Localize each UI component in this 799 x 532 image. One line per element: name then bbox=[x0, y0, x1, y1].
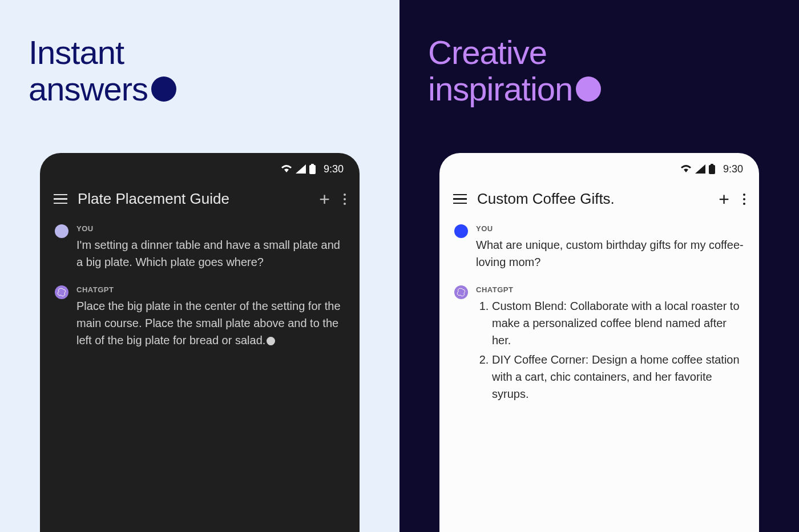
message-user: YOU I'm setting a dinner table and have … bbox=[55, 224, 345, 271]
panel-creative-inspiration: Creative inspiration 9:30 Custom bbox=[400, 0, 799, 532]
assistant-text: Place the big plate in the center of the… bbox=[76, 300, 341, 346]
list-item: Custom Blend: Collaborate with a local r… bbox=[492, 297, 744, 349]
heading-line2: answers bbox=[29, 71, 148, 107]
battery-icon bbox=[309, 164, 316, 174]
sender-label: CHATGPT bbox=[76, 285, 345, 294]
assistant-list: Custom Blend: Collaborate with a local r… bbox=[476, 297, 744, 402]
more-icon[interactable] bbox=[743, 194, 745, 205]
app-header: Custom Coffee Gifts. + bbox=[439, 182, 759, 219]
svg-rect-1 bbox=[311, 164, 314, 166]
heading-line2: inspiration bbox=[428, 71, 572, 107]
header-actions: + bbox=[319, 190, 346, 208]
sender-label: CHATGPT bbox=[476, 285, 744, 294]
chat-body: YOU What are unique, custom birthday gif… bbox=[439, 219, 759, 425]
svg-rect-0 bbox=[309, 165, 316, 174]
signal-icon bbox=[296, 164, 306, 174]
sender-label: YOU bbox=[76, 224, 345, 233]
sender-label: YOU bbox=[476, 224, 744, 233]
message-text: Custom Blend: Collaborate with a local r… bbox=[476, 297, 744, 402]
chat-title: Custom Coffee Gifts. bbox=[477, 190, 708, 208]
wifi-icon bbox=[281, 164, 292, 174]
chat-title: Plate Placement Guide bbox=[78, 190, 309, 208]
new-chat-icon[interactable]: + bbox=[319, 190, 330, 208]
heading-dot-icon bbox=[576, 76, 601, 102]
status-bar: 9:30 bbox=[439, 153, 759, 182]
avatar-chatgpt bbox=[55, 285, 68, 299]
avatar-user bbox=[55, 224, 68, 238]
message-content: YOU I'm setting a dinner table and have … bbox=[76, 224, 345, 271]
panel-instant-answers: Instant answers 9:30 Plate Place bbox=[0, 0, 400, 532]
message-text: What are unique, custom birthday gifts f… bbox=[476, 236, 744, 271]
avatar-chatgpt bbox=[454, 285, 468, 299]
message-content: YOU What are unique, custom birthday gif… bbox=[476, 224, 744, 271]
message-user: YOU What are unique, custom birthday gif… bbox=[454, 224, 744, 271]
svg-rect-3 bbox=[711, 164, 713, 166]
menu-icon[interactable] bbox=[54, 194, 67, 204]
typing-cursor-icon bbox=[267, 337, 275, 345]
phone-mockup-light: 9:30 Custom Coffee Gifts. + YOU Wha bbox=[439, 153, 759, 532]
message-text: I'm setting a dinner table and have a sm… bbox=[76, 236, 345, 271]
message-assistant: CHATGPT Custom Blend: Collaborate with a… bbox=[454, 285, 744, 405]
heading-line2-wrap: inspiration bbox=[428, 71, 770, 107]
chatgpt-logo-icon bbox=[57, 288, 66, 297]
list-item: DIY Coffee Corner: Design a home coffee … bbox=[492, 351, 744, 402]
heading-line1: Instant bbox=[29, 34, 371, 71]
battery-icon bbox=[709, 164, 715, 174]
message-assistant: CHATGPT Place the big plate in the cente… bbox=[55, 285, 345, 349]
svg-rect-2 bbox=[709, 165, 715, 174]
wifi-icon bbox=[680, 164, 692, 174]
new-chat-icon[interactable]: + bbox=[719, 190, 729, 208]
chatgpt-logo-icon bbox=[457, 288, 466, 297]
heading-right: Creative inspiration bbox=[428, 34, 770, 107]
menu-icon[interactable] bbox=[453, 194, 467, 204]
message-text: Place the big plate in the center of the… bbox=[76, 297, 345, 349]
status-time: 9:30 bbox=[723, 163, 743, 175]
signal-icon bbox=[695, 164, 705, 174]
heading-left: Instant answers bbox=[29, 34, 371, 107]
message-content: CHATGPT Custom Blend: Collaborate with a… bbox=[476, 285, 744, 405]
message-content: CHATGPT Place the big plate in the cente… bbox=[76, 285, 345, 349]
status-bar: 9:30 bbox=[40, 153, 360, 182]
phone-mockup-dark: 9:30 Plate Placement Guide + YOU I' bbox=[40, 153, 360, 532]
heading-dot-icon bbox=[151, 76, 176, 102]
status-time: 9:30 bbox=[324, 163, 344, 175]
more-icon[interactable] bbox=[344, 194, 346, 205]
app-header: Plate Placement Guide + bbox=[40, 182, 360, 219]
heading-line1: Creative bbox=[428, 34, 770, 71]
header-actions: + bbox=[719, 190, 745, 208]
chat-body: YOU I'm setting a dinner table and have … bbox=[40, 219, 360, 369]
heading-line2-wrap: answers bbox=[29, 71, 371, 107]
avatar-user bbox=[454, 224, 468, 238]
